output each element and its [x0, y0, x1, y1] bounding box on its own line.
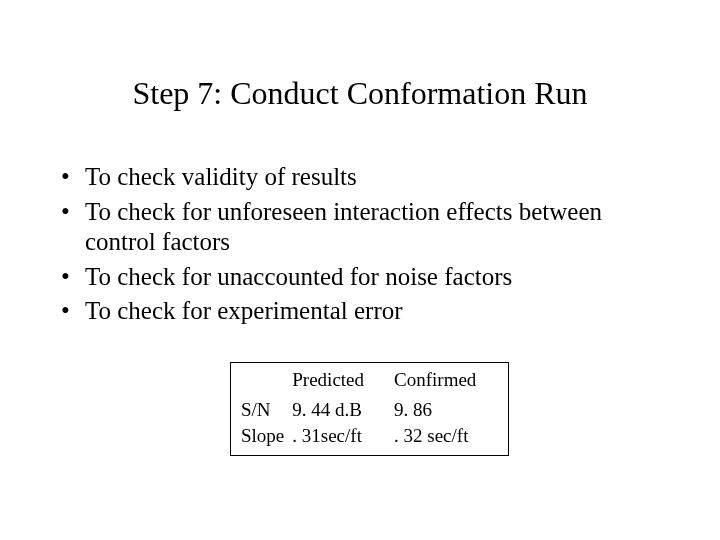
cell-value: 9. 44 d.B — [288, 397, 388, 423]
list-item: To check for experimental error — [55, 296, 665, 327]
cell-value: 9. 86 — [388, 397, 509, 423]
row-label: S/N — [231, 397, 289, 423]
col-header-predicted: Predicted — [288, 362, 388, 397]
col-header-confirmed: Confirmed — [388, 362, 509, 397]
row-label: Slope — [231, 423, 289, 456]
list-item: To check validity of results — [55, 162, 665, 193]
cell-value: . 32 sec/ft — [388, 423, 509, 456]
cell-value: . 31sec/ft — [288, 423, 388, 456]
bullet-list: To check validity of results To check fo… — [55, 162, 665, 327]
list-item: To check for unforeseen interaction effe… — [55, 197, 665, 258]
list-item: To check for unaccounted for noise facto… — [55, 262, 665, 293]
results-table: Predicted Confirmed S/N 9. 44 d.B 9. 86 … — [230, 362, 509, 456]
page-title: Step 7: Conduct Conformation Run — [55, 75, 665, 112]
